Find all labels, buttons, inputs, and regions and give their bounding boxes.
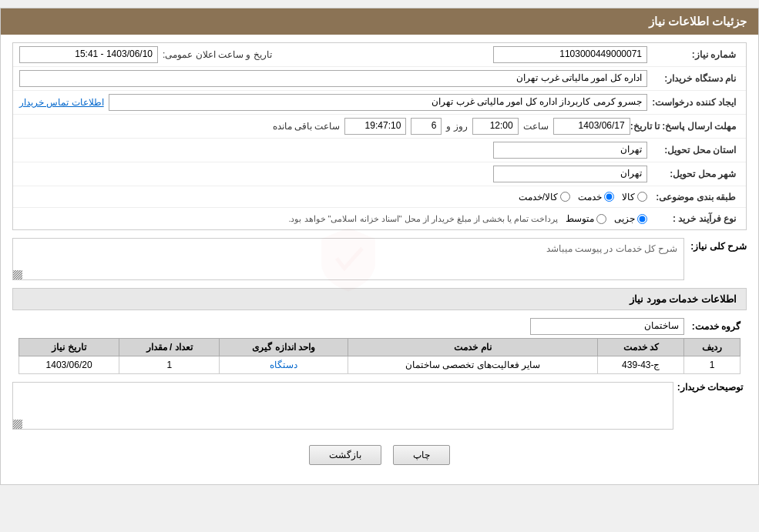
footer-buttons: چاپ بازگشت [12,437,747,477]
row-deadline: مهلت ارسال پاسخ: تا تاریخ: 1403/06/17 سا… [13,115,746,139]
services-section-title: اطلاعات خدمات مورد نیاز [12,288,747,310]
radio-khedmat-label: خدمت [578,192,602,202]
form-section: شماره نیاز: 1103000449000071 تاریخ و ساع… [12,42,747,230]
creator-contact-link[interactable]: اطلاعات تماس خریدار [19,97,104,108]
purchase-type-label: نوع فرآیند خرید : [647,213,740,224]
announcement-date-value: 1403/06/10 - 15:41 [19,46,158,63]
service-group-row: گروه خدمت: ساختمان [12,315,747,338]
cell-date: 1403/06/20 [19,356,119,374]
row-category: طبقه بندی موضوعی: کالا خدمت کالا/خدمت [13,186,746,208]
deadline-remaining: 19:47:10 [344,118,406,135]
category-radio-group: کالا خدمت کالا/خدمت [19,192,647,202]
category-kala: کالا [622,192,647,202]
deadline-days-label: روز و [446,121,467,132]
description-label: شرح کلی نیاز: [690,238,747,252]
notes-resize-handle[interactable] [13,420,22,429]
row-city: شهر محل تحویل: تهران [13,162,746,186]
deadline-time: 12:00 [472,118,519,135]
radio-kala-label: کالا [622,192,635,202]
category-khedmat: خدمت [578,192,614,202]
cell-unit: دستگاه [220,356,348,374]
services-table-section: ردیف کد خدمت نام خدمت واحد اندازه گیری ت… [18,338,741,374]
purchase-note: پرداخت تمام یا بخشی از مبلغ خریدار از مح… [19,214,558,224]
cell-quantity: 1 [119,356,220,374]
city-label: شهر محل تحویل: [647,169,740,179]
cell-name: سایر فعالیت‌های تخصصی ساختمان [348,356,597,374]
deadline-days: 6 [411,118,442,135]
need-number-label: شماره نیاز: [647,49,740,60]
radio-jozi[interactable] [637,214,647,224]
province-value: تهران [493,142,647,159]
creator-label: ایجاد کننده درخواست: [647,97,740,108]
radio-khedmat[interactable] [604,192,614,202]
cell-code: ج-43-439 [598,356,684,374]
resize-handle[interactable] [13,270,22,279]
deadline-time-label: ساعت [523,121,549,132]
radio-kala[interactable] [637,192,647,202]
cell-row: 1 [684,356,741,374]
page-header: جزئیات اطلاعات نیاز [1,8,758,35]
deadline-date: 1403/06/17 [553,118,630,135]
description-section: شرح کلی نیاز: شرح کل خدمات در پیوست میبا… [12,238,747,280]
print-button[interactable]: چاپ [393,445,450,465]
city-value: تهران [493,166,647,182]
table-body: 1 ج-43-439 سایر فعالیت‌های تخصصی ساختمان… [19,356,741,374]
radio-kala-khedmat[interactable] [560,192,570,202]
creator-group: جسرو کرمی کاربرداز اداره کل امور مالیاتی… [19,94,647,111]
content-area: شماره نیاز: 1103000449000071 تاریخ و ساع… [1,35,758,484]
announcement-date-label: تاریخ و ساعت اعلان عمومی: [163,49,272,60]
table-header: ردیف کد خدمت نام خدمت واحد اندازه گیری ت… [19,339,741,356]
creator-value: جسرو کرمی کاربرداز اداره کل امور مالیاتی… [109,94,647,111]
buyer-notes-section: توصیحات خریدار: [12,382,747,430]
need-number-group: 1103000449000071 تاریخ و ساعت اعلان عموم… [19,46,647,63]
row-buyer-org: نام دستگاه خریدار: اداره کل امور مالیاتی… [13,67,746,91]
radio-motevaset-label: متوسط [566,213,594,224]
table-row: 1 ج-43-439 سایر فعالیت‌های تخصصی ساختمان… [19,356,741,374]
col-date: تاریخ نیاز [19,339,119,356]
purchase-motevaset: متوسط [566,213,606,224]
row-need-number: شماره نیاز: 1103000449000071 تاریخ و ساع… [13,43,746,67]
radio-motevaset[interactable] [596,214,606,224]
buyer-org-value: اداره کل امور مالیاتی غرب تهران [19,70,647,87]
radio-kala-khedmat-label: کالا/خدمت [519,192,558,202]
row-province: استان محل تحویل: تهران [13,139,746,162]
radio-jozi-label: جزیی [614,213,635,224]
row-creator: ایجاد کننده درخواست: جسرو کرمی کاربرداز … [13,91,746,115]
services-table: ردیف کد خدمت نام خدمت واحد اندازه گیری ت… [18,338,741,374]
category-label: طبقه بندی موضوعی: [647,192,740,202]
buyer-org-label: نام دستگاه خریدار: [647,73,740,84]
purchase-jozi: جزیی [614,213,647,224]
need-number-value: 1103000449000071 [493,46,647,63]
category-kala-khedmat: کالا/خدمت [519,192,570,202]
description-placeholder: شرح کل خدمات در پیوست میباشد [13,239,683,259]
page-wrapper: جزئیات اطلاعات نیاز شماره نیاز: 11030004… [0,8,759,485]
watermark [317,223,379,295]
purchase-radio-group: جزیی متوسط پرداخت تمام یا بخشی از مبلغ خ… [19,213,647,224]
buyer-notes-content [13,383,673,429]
service-group-label: گروه خدمت: [692,321,741,332]
col-name: نام خدمت [348,339,597,356]
deadline-group: 1403/06/17 ساعت 12:00 روز و 6 19:47:10 س… [19,118,630,135]
description-box: شرح کل خدمات در پیوست میباشد [12,238,684,280]
buyer-notes-box [12,382,673,430]
deadline-remaining-label: ساعت باقی مانده [273,121,341,132]
deadline-label: مهلت ارسال پاسخ: تا تاریخ: [630,121,740,132]
province-label: استان محل تحویل: [647,145,740,156]
buyer-notes-label: توصیحات خریدار: [673,382,747,393]
back-button[interactable]: بازگشت [309,445,381,465]
col-unit: واحد اندازه گیری [220,339,348,356]
col-quantity: تعداد / مقدار [119,339,220,356]
col-code: کد خدمت [598,339,684,356]
col-row: ردیف [684,339,741,356]
page-title: جزئیات اطلاعات نیاز [649,15,747,28]
row-purchase-type: نوع فرآیند خرید : جزیی متوسط پرداخت تمام… [13,208,746,229]
service-group-value: ساختمان [530,318,684,335]
